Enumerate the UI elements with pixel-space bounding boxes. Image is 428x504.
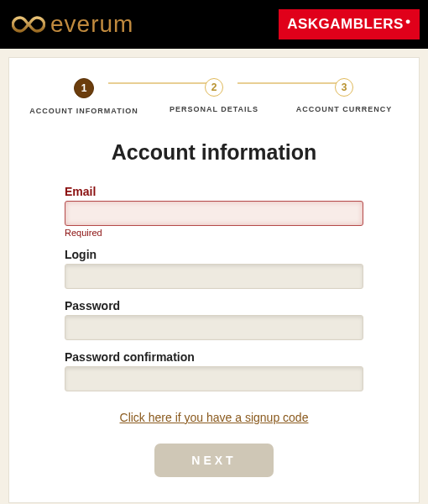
step-number: 2: [205, 78, 223, 97]
field-email: Email Required: [65, 185, 363, 238]
brand-logo: everum: [12, 9, 133, 39]
email-input[interactable]: [65, 201, 363, 226]
step-connector: [237, 82, 345, 84]
password-confirm-label: Password confirmation: [65, 350, 363, 364]
signup-code-link-wrap: Click here if you have a signup code: [65, 410, 363, 425]
step-number: 3: [335, 78, 353, 97]
header-bar: everum ASKGAMBLERS●: [0, 0, 428, 49]
signup-code-link[interactable]: Click here if you have a signup code: [120, 411, 309, 424]
password-confirm-input[interactable]: [65, 366, 363, 391]
progress-steps: 1 ACCOUNT INFORMATION 2 PERSONAL DETAILS…: [9, 73, 419, 122]
step-number: 1: [74, 78, 94, 98]
step-label: ACCOUNT INFORMATION: [29, 107, 138, 115]
field-password-confirmation: Password confirmation: [65, 350, 363, 391]
dot-icon: ●: [405, 16, 411, 26]
password-label: Password: [65, 299, 363, 312]
login-input[interactable]: [65, 264, 363, 289]
field-login: Login: [65, 248, 363, 289]
step-connector: [108, 82, 216, 84]
page-title: Account information: [9, 140, 419, 165]
step-label: ACCOUNT CURRENCY: [296, 105, 393, 113]
next-button[interactable]: NEXT: [154, 444, 273, 477]
step-label: PERSONAL DETAILS: [170, 105, 258, 113]
partner-badge: ASKGAMBLERS●: [279, 9, 420, 39]
email-label: Email: [65, 185, 363, 198]
next-button-wrap: NEXT: [65, 444, 363, 477]
infinity-icon: [12, 9, 45, 39]
email-error-msg: Required: [65, 228, 363, 238]
main-panel: 1 ACCOUNT INFORMATION 2 PERSONAL DETAILS…: [8, 57, 420, 503]
step-account-info[interactable]: 1 ACCOUNT INFORMATION: [19, 78, 149, 115]
field-password: Password: [65, 299, 363, 340]
signup-form: Email Required Login Password Password c…: [9, 185, 419, 477]
login-label: Login: [65, 248, 363, 261]
brand-name: everum: [50, 11, 133, 38]
password-input[interactable]: [65, 315, 363, 340]
